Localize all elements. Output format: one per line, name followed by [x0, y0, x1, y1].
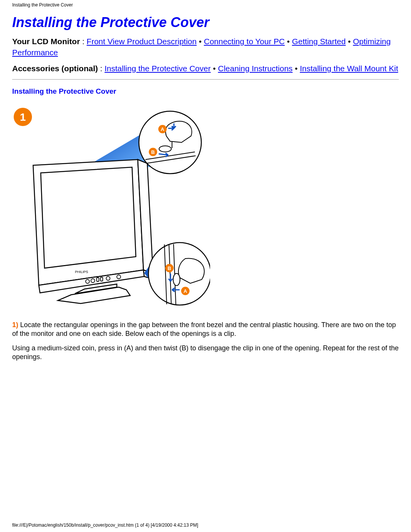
svg-point-11	[173, 273, 180, 286]
svg-point-7	[159, 146, 171, 152]
nav-lcd-monitor: Your LCD Monitor : Front View Product De…	[12, 36, 399, 58]
svg-point-1	[91, 279, 95, 283]
marker-a-top: A	[161, 126, 164, 132]
link-connecting-pc[interactable]: Connecting to Your PC	[204, 37, 285, 46]
svg-point-0	[86, 280, 89, 283]
nav-accessories-label: Accessories (optional)	[12, 64, 98, 73]
doc-header: Installing the Protective Cover	[0, 0, 411, 8]
svg-point-4	[106, 276, 110, 280]
nav-lcd-label: Your LCD Monitor	[12, 37, 80, 46]
page-title: Installing the Protective Cover	[12, 14, 399, 30]
step1-text: 1) Locate the rectangular openings in th…	[12, 321, 399, 338]
nav-accessories: Accessories (optional) : Installing the …	[12, 63, 399, 74]
step-badge-text: 1	[20, 111, 26, 123]
link-front-view[interactable]: Front View Product Description	[87, 37, 197, 46]
marker-a-side: A	[183, 288, 187, 294]
svg-point-6	[139, 111, 201, 174]
section-heading: Installing the Protective Cover	[12, 87, 399, 96]
step1-number: 1)	[12, 321, 18, 329]
step1-body: Locate the rectangular openings in the g…	[12, 321, 396, 337]
monitor-brand-text: PHILIPS	[75, 270, 88, 274]
svg-point-5	[117, 275, 121, 279]
monitor-illustration: PHILIPS	[33, 160, 154, 304]
svg-rect-2	[97, 278, 99, 281]
link-install-cover[interactable]: Installing the Protective Cover	[105, 64, 211, 73]
link-cleaning[interactable]: Cleaning Instructions	[218, 64, 293, 73]
step1-text-cont: Using a medium-sized coin, press in (A) …	[12, 344, 399, 361]
marker-b-top: B	[151, 149, 155, 155]
divider	[12, 79, 399, 80]
marker-b-side: B	[167, 265, 171, 271]
step-illustration: 1	[12, 106, 399, 310]
footer-path: file:///E|/Potomac/english/150b/install/…	[12, 522, 198, 528]
detail-side-circle: B A	[148, 243, 210, 305]
detail-top-circle: A B	[139, 111, 201, 174]
svg-rect-3	[100, 277, 103, 281]
link-getting-started[interactable]: Getting Started	[292, 37, 346, 46]
link-wall-mount[interactable]: Installing the Wall Mount Kit	[300, 64, 398, 73]
